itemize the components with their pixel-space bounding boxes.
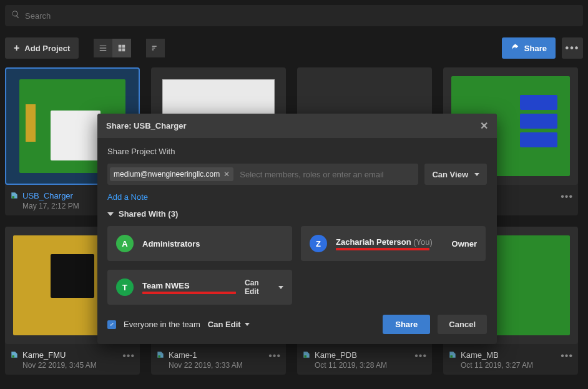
dots-horizontal-icon: ••• [414, 350, 427, 361]
project-card-footer: Kame_FMUNov 22 2019, 3:45 AM••• [5, 344, 140, 375]
add-note-link[interactable]: Add a Note [107, 192, 487, 202]
dots-horizontal-icon: ••• [268, 350, 281, 361]
recipient-chip-text: medium@nwengineeringllc.com [114, 170, 220, 179]
dialog-footer: Everyone in the team Can Edit Share Canc… [107, 312, 487, 334]
chevron-down-icon [245, 323, 250, 326]
share-button[interactable]: Share [502, 37, 556, 59]
owner-badge: Owner [452, 239, 477, 249]
shared-with-label: Shared With (3) [119, 209, 178, 219]
project-card-footer: Kame_MBOct 11 2019, 3:27 AM••• [443, 344, 578, 375]
shared-with-item: TTeam NWESCan Edit [107, 270, 292, 305]
shared-with-toggle[interactable]: Shared With (3) [107, 209, 487, 219]
share-icon [511, 43, 519, 54]
project-more-button[interactable]: ••• [267, 350, 282, 362]
grid-view-button[interactable] [112, 39, 131, 57]
project-card-footer: Kame-1Nov 22 2019, 3:33 AM••• [151, 344, 286, 375]
member-name: Administrators [142, 239, 283, 249]
project-type-icon [10, 350, 19, 362]
you-indicator: (You) [413, 237, 433, 247]
share-label: Share [524, 44, 547, 53]
project-more-button[interactable]: ••• [559, 191, 574, 202]
share-dialog: Share: USB_Charger ✕ Share Project With … [97, 114, 497, 344]
dots-horizontal-icon: ••• [566, 42, 580, 54]
project-name: Kame_PDB [315, 350, 409, 360]
search-bar[interactable] [5, 5, 583, 26]
project-name: Kame-1 [169, 350, 263, 360]
everyone-checkbox[interactable] [107, 320, 116, 329]
share-recipients-input[interactable]: medium@nwengineeringllc.com ✕ [107, 164, 418, 185]
list-view-button[interactable] [94, 39, 112, 57]
plus-icon: + [14, 43, 19, 53]
add-project-label: Add Project [24, 44, 70, 53]
search-input[interactable] [25, 11, 577, 21]
avatar: T [116, 278, 134, 296]
member-name: Team NWES [142, 281, 236, 290]
project-type-icon [10, 191, 19, 202]
project-date: Oct 11 2019, 3:28 AM [315, 361, 409, 370]
toolbar-more-button[interactable]: ••• [562, 37, 583, 59]
project-name: Kame_FMU [22, 350, 117, 360]
toolbar: + Add Project Share ••• [0, 31, 588, 67]
chip-remove-button[interactable]: ✕ [223, 170, 230, 179]
everyone-permission-dropdown[interactable]: Can Edit [208, 320, 250, 329]
cancel-button[interactable]: Cancel [438, 315, 487, 334]
redacted-email [142, 292, 236, 294]
project-name: Kame_MB [461, 350, 556, 360]
project-more-button[interactable]: ••• [413, 350, 428, 362]
project-type-icon [448, 350, 457, 362]
project-type-icon [302, 350, 311, 362]
dots-horizontal-icon: ••• [561, 350, 573, 361]
close-icon: ✕ [480, 121, 488, 131]
dots-horizontal-icon: ••• [561, 191, 573, 202]
everyone-label: Everyone in the team [124, 320, 200, 329]
shared-with-item: ZZachariah Peterson (You)Owner [301, 226, 486, 261]
search-icon [11, 10, 20, 21]
project-date: Nov 22 2019, 3:33 AM [169, 361, 263, 370]
view-toggle-group [94, 39, 131, 57]
permission-label: Can Edit [245, 278, 275, 296]
everyone-permission-label: Can Edit [208, 320, 241, 329]
share-submit-button[interactable]: Share [383, 315, 430, 334]
avatar: A [116, 235, 134, 252]
project-type-icon [156, 350, 165, 362]
chevron-down-icon [278, 286, 283, 289]
project-date: Nov 22 2019, 3:45 AM [22, 361, 117, 370]
shared-with-item: AAdministrators [107, 226, 292, 261]
redacted-email [336, 248, 429, 250]
sort-button[interactable] [146, 39, 165, 57]
project-more-button[interactable]: ••• [121, 350, 136, 362]
close-icon: ✕ [223, 170, 230, 179]
member-name: Zachariah Peterson (You) [336, 237, 443, 247]
share-with-label: Share Project With [107, 147, 487, 156]
dialog-header: Share: USB_Charger ✕ [97, 114, 497, 138]
dots-horizontal-icon: ••• [122, 350, 135, 361]
dialog-title: Share: USB_Charger [106, 121, 187, 130]
project-more-button[interactable]: ••• [559, 350, 574, 362]
recipients-text-input[interactable] [237, 170, 416, 179]
recipient-chip: medium@nwengineeringllc.com ✕ [110, 167, 233, 181]
permission-label: Can View [432, 170, 468, 179]
member-permission-dropdown[interactable]: Can Edit [245, 278, 283, 296]
shared-with-list: AAdministratorsZZachariah Peterson (You)… [107, 226, 487, 305]
share-permission-dropdown[interactable]: Can View [424, 164, 487, 185]
add-project-button[interactable]: + Add Project [5, 37, 79, 59]
project-date: Oct 11 2019, 3:27 AM [461, 361, 556, 370]
chevron-down-icon [474, 173, 479, 176]
check-icon [109, 322, 115, 328]
avatar: Z [310, 235, 327, 252]
dialog-close-button[interactable]: ✕ [480, 120, 488, 132]
chevron-down-icon [107, 212, 114, 216]
project-card-footer: Kame_PDBOct 11 2019, 3:28 AM••• [297, 344, 432, 375]
